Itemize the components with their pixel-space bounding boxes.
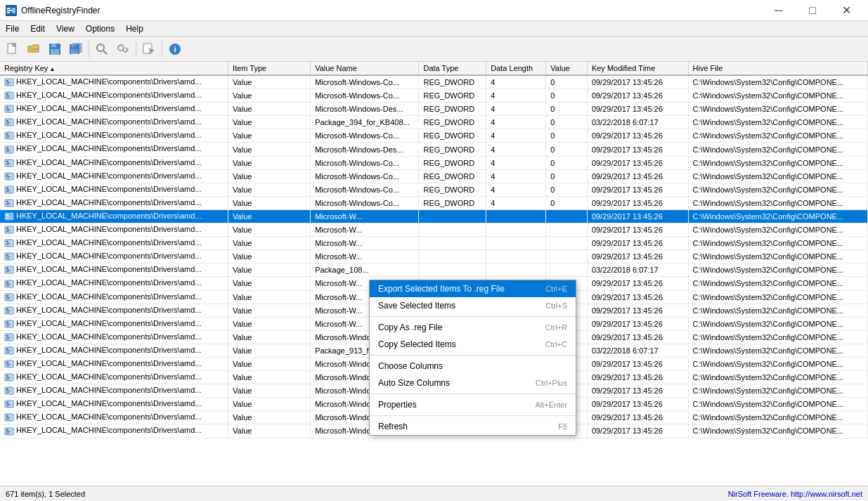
ctx-separator-1 <box>370 316 576 317</box>
toolbar-open-button[interactable] <box>24 39 44 59</box>
col-header-valname[interactable]: Value Name <box>311 62 419 75</box>
ctx-copy-selected-label: Copy Selected Items <box>378 339 456 349</box>
svg-rect-115 <box>6 389 8 390</box>
toolbar-find-next-button[interactable] <box>113 39 133 59</box>
minimize-button[interactable]: ─ <box>763 0 795 21</box>
registry-icon <box>4 306 16 314</box>
registry-icon <box>4 426 16 434</box>
registry-icon <box>4 77 16 86</box>
svg-rect-89 <box>6 299 9 299</box>
svg-rect-53 <box>6 178 9 178</box>
title-left: OfflineRegistryFinder <box>6 5 101 16</box>
table-row[interactable]: HKEY_LOCAL_MACHINE\components\Drivers\am… <box>0 143 868 156</box>
ctx-save-shortcut: Ctrl+S <box>545 301 567 310</box>
svg-rect-96 <box>6 324 11 325</box>
main-content: Registry Key Item Type Value Name Data T… <box>0 62 868 486</box>
svg-rect-112 <box>6 377 11 378</box>
svg-point-16 <box>118 45 124 51</box>
table-row[interactable]: HKEY_LOCAL_MACHINE\components\Drivers\am… <box>0 263 868 277</box>
col-header-dtype[interactable]: Data Type <box>419 62 486 75</box>
svg-rect-36 <box>6 122 11 123</box>
menu-edit[interactable]: Edit <box>25 22 51 35</box>
toolbar-separator-1 <box>89 41 89 58</box>
table-row[interactable]: HKEY_LOCAL_MACHINE\components\Drivers\am… <box>0 156 868 169</box>
col-header-dlen[interactable]: Data Length <box>486 62 546 75</box>
ctx-save-selected[interactable]: Save Selected Items Ctrl+S <box>370 297 576 314</box>
svg-rect-51 <box>6 174 8 176</box>
svg-rect-99 <box>6 335 8 337</box>
menu-view[interactable]: View <box>51 22 80 35</box>
col-header-key[interactable]: Registry Key <box>0 62 228 75</box>
table-row[interactable]: HKEY_LOCAL_MACHINE\components\Drivers\am… <box>0 75 868 89</box>
toolbar-find-button[interactable] <box>92 39 112 59</box>
svg-rect-79 <box>6 268 8 269</box>
table-row[interactable]: HKEY_LOCAL_MACHINE\components\Drivers\am… <box>0 196 868 209</box>
svg-rect-116 <box>6 391 11 391</box>
table-row[interactable]: HKEY_LOCAL_MACHINE\components\Drivers\am… <box>0 237 868 250</box>
svg-rect-13 <box>72 43 82 53</box>
svg-rect-29 <box>6 97 9 98</box>
svg-rect-61 <box>6 204 9 205</box>
table-row[interactable]: HKEY_LOCAL_MACHINE\components\Drivers\am… <box>0 129 868 143</box>
table-row[interactable]: HKEY_LOCAL_MACHINE\components\Drivers\am… <box>0 103 868 116</box>
col-header-kmt[interactable]: Key Modified Time <box>587 62 688 75</box>
toolbar-new-button[interactable] <box>3 39 22 59</box>
svg-rect-103 <box>6 349 8 350</box>
svg-rect-2 <box>7 10 12 11</box>
svg-rect-76 <box>6 256 11 257</box>
table-row[interactable]: HKEY_LOCAL_MACHINE\components\Drivers\am… <box>0 250 868 263</box>
ctx-copy-selected[interactable]: Copy Selected Items Ctrl+C <box>370 336 576 353</box>
svg-rect-120 <box>6 404 11 405</box>
svg-rect-108 <box>6 364 11 365</box>
svg-rect-37 <box>6 124 9 124</box>
ctx-copy-reg[interactable]: Copy As .reg File Ctrl+R <box>370 319 576 336</box>
registry-icon <box>4 386 16 394</box>
title-controls: ─ □ ✕ <box>763 0 862 21</box>
ctx-choose-columns[interactable]: Choose Columns <box>370 358 576 375</box>
ctx-refresh[interactable]: Refresh F5 <box>370 418 576 435</box>
menu-help[interactable]: Help <box>120 22 149 35</box>
menu-file[interactable]: File <box>0 22 25 35</box>
toolbar-save-all-button[interactable] <box>66 39 86 59</box>
svg-rect-1 <box>7 8 11 9</box>
close-button[interactable]: ✕ <box>830 0 862 21</box>
svg-line-17 <box>123 50 126 53</box>
table-row[interactable]: HKEY_LOCAL_MACHINE\components\Drivers\am… <box>0 116 868 129</box>
table-row[interactable]: HKEY_LOCAL_MACHINE\components\Drivers\am… <box>0 89 868 103</box>
svg-rect-23 <box>6 80 8 82</box>
toolbar-export-button[interactable] <box>139 39 159 59</box>
svg-rect-43 <box>6 148 8 149</box>
maximize-button[interactable]: □ <box>796 0 829 21</box>
svg-rect-3 <box>7 12 10 13</box>
table-row[interactable]: HKEY_LOCAL_MACHINE\components\Drivers\am… <box>0 223 868 237</box>
svg-rect-101 <box>6 339 9 339</box>
svg-rect-65 <box>6 218 9 219</box>
table-row[interactable]: HKEY_LOCAL_MACHINE\components\Drivers\am… <box>0 183 868 196</box>
svg-rect-31 <box>6 107 8 108</box>
ctx-auto-size[interactable]: Auto Size Columns Ctrl+Plus <box>370 375 576 391</box>
svg-rect-25 <box>6 84 9 84</box>
svg-rect-129 <box>6 433 9 434</box>
col-header-type[interactable]: Item Type <box>228 62 311 75</box>
registry-icon <box>4 225 16 233</box>
svg-rect-49 <box>6 164 9 165</box>
svg-rect-92 <box>6 311 11 311</box>
toolbar-about-button[interactable]: i <box>165 39 185 59</box>
svg-rect-32 <box>6 109 11 110</box>
col-header-val[interactable]: Value <box>546 62 588 75</box>
ctx-export-selected[interactable]: Export Selected Items To .reg File Ctrl+… <box>370 280 576 297</box>
table-row[interactable]: HKEY_LOCAL_MACHINE\components\Drivers\am… <box>0 209 868 223</box>
toolbar-save-button[interactable] <box>45 39 65 59</box>
svg-rect-39 <box>6 134 8 135</box>
svg-rect-104 <box>6 351 11 351</box>
ctx-properties[interactable]: Properties Alt+Enter <box>370 396 576 413</box>
registry-icon <box>4 158 16 167</box>
toolbar-separator-2 <box>136 41 136 58</box>
registry-icon <box>4 399 16 408</box>
ctx-export-shortcut: Ctrl+E <box>545 285 567 293</box>
col-header-hive[interactable]: Hive File <box>688 62 867 75</box>
svg-rect-88 <box>6 297 11 298</box>
menu-options[interactable]: Options <box>80 22 120 35</box>
table-row[interactable]: HKEY_LOCAL_MACHINE\components\Drivers\am… <box>0 169 868 183</box>
svg-rect-111 <box>6 375 8 377</box>
